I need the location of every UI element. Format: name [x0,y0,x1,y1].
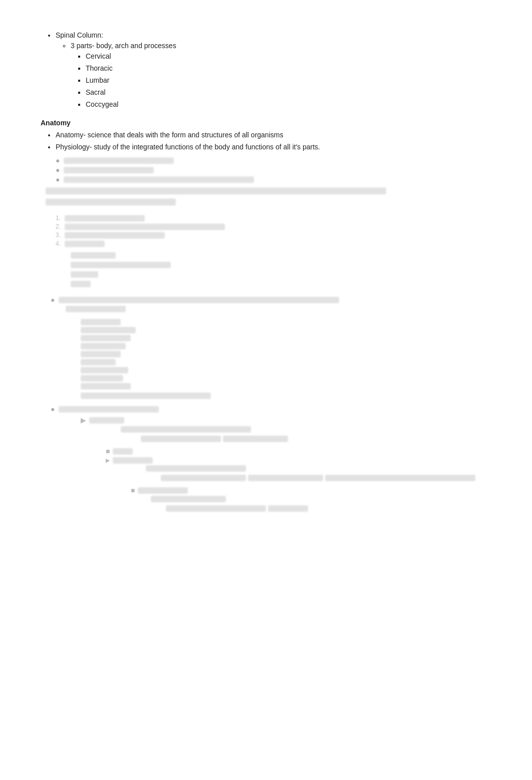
blurred-section: ● ● ● 1. 2. [41,156,491,515]
three-parts-item: 3 parts- body, arch and processes Cervic… [71,41,491,110]
document-content: Spinal Column: 3 parts- body, arch and p… [41,20,491,515]
anatomy-bullet-1: Anatomy- science that deals with the for… [56,130,491,140]
vertebra-coccygeal: Coccygeal [86,99,491,110]
vertebrae-list: Cervical Thoracic Lumbar Sacral Coccygea [71,51,491,110]
three-parts-label: 3 parts- body, arch and processes [71,42,176,50]
anatomy-bullet-2: Physiology- study of the integrated func… [56,142,491,152]
anatomy-list: Anatomy- science that deals with the for… [41,130,491,152]
anatomy-heading: Anatomy [41,119,491,127]
vertebra-thoracic: Thoracic [86,63,491,74]
vertebra-cervical: Cervical [86,51,491,62]
spinal-column-label: Spinal Column: [56,31,103,39]
spinal-column-item: Spinal Column: 3 parts- body, arch and p… [56,30,491,110]
vertebra-sacral: Sacral [86,87,491,98]
vertebra-lumbar: Lumbar [86,75,491,86]
